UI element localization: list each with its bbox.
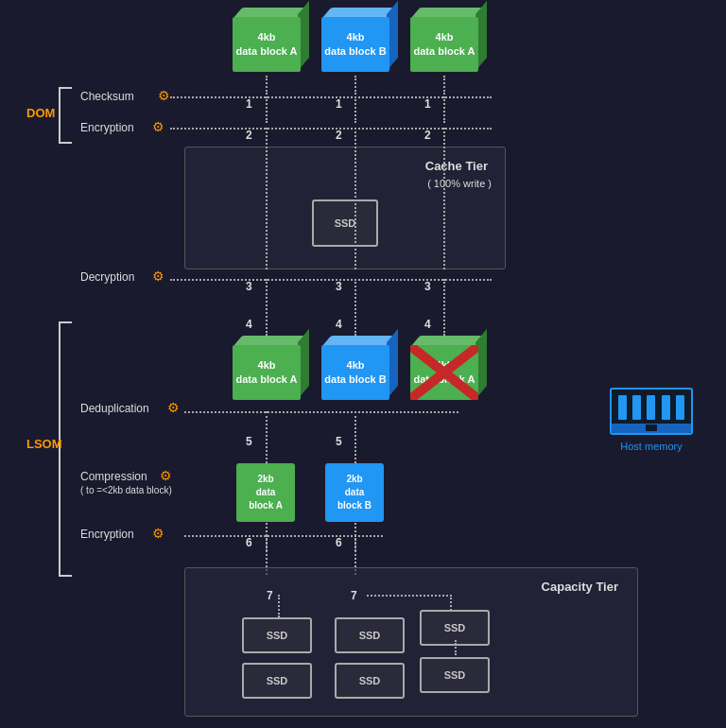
dotted-v-b-dec — [354, 279, 356, 336]
compression-gear-icon: ⚙ — [160, 468, 172, 483]
num-5-left: 5 — [246, 435, 252, 448]
num-2-center: 2 — [336, 129, 342, 142]
dotted-v-a1-enc — [266, 96, 268, 123]
top-block-a-right: 4kbdata block A — [410, 8, 478, 76]
lsom-label: LSOM — [26, 437, 62, 451]
small-block-a: 2kbdatablock A — [236, 463, 295, 522]
top-block-a2-label: 4kbdata block A — [414, 30, 475, 60]
top-block-b-label: 4kbdata block B — [324, 30, 386, 60]
dotted-v-a1-ded — [266, 411, 268, 463]
dotted-v-b-enc — [354, 96, 356, 123]
diagram: 4kbdata block A 4kbdata block B 4kbdata … — [0, 0, 726, 728]
num-6-center: 6 — [336, 536, 342, 549]
dom-bracket — [59, 87, 72, 144]
dotted-h-dedup — [184, 411, 458, 413]
ram-icon — [610, 388, 693, 435]
encryption-bottom-label: Encryption — [80, 528, 134, 541]
cache-tier-sub-label: ( 100% write ) — [427, 178, 492, 189]
dotted-v-b-ded — [354, 411, 356, 463]
dotted-v-a2-enc — [443, 96, 445, 123]
dotted-h-enc-bot — [184, 535, 383, 537]
deduplication-label: Deduplication — [80, 402, 149, 415]
top-block-a-left: 4kbdata block A — [233, 8, 301, 76]
decryption-label: Decryption — [80, 270, 134, 284]
encryption-bottom-gear-icon: ⚙ — [152, 526, 164, 541]
num-3-left: 3 — [246, 280, 252, 293]
dotted-v-a1-top — [266, 76, 268, 95]
decryption-gear-icon: ⚙ — [152, 269, 164, 284]
num-1-left: 1 — [246, 97, 252, 111]
capacity-ssd-3-2: SSD — [420, 657, 490, 693]
host-memory-container: Host memory — [610, 388, 693, 452]
num-7-center: 7 — [351, 589, 357, 602]
num-3-center: 3 — [336, 280, 342, 293]
mid-block-a-left: 4kbdata block A — [233, 336, 301, 404]
deduplication-gear-icon: ⚙ — [167, 400, 180, 415]
num-3-right: 3 — [424, 280, 431, 293]
dom-label: DOM — [26, 106, 55, 120]
dotted-v-a1-dec — [266, 279, 268, 336]
capacity-tier-box: Capacity Tier 7 7 SSD SSD SSD SSD SSD SS… — [184, 567, 638, 717]
num-1-center: 1 — [336, 97, 342, 111]
num-2-left: 2 — [246, 129, 252, 142]
small-block-a-label: 2kbdatablock A — [249, 473, 283, 512]
num-7-left: 7 — [267, 589, 273, 602]
capacity-ssd-2-1: SSD — [335, 617, 405, 653]
top-block-b: 4kbdata block B — [321, 8, 389, 76]
num-6-left: 6 — [246, 536, 252, 549]
cache-tier-box: Cache Tier ( 100% write ) SSD — [184, 147, 506, 269]
compression-sub-label: ( to =<2kb data block) — [80, 485, 172, 495]
dotted-v-b-cache — [354, 128, 356, 269]
host-memory-label: Host memory — [620, 441, 682, 452]
num-4-right: 4 — [424, 318, 431, 331]
cache-ssd: SSD — [312, 199, 378, 247]
small-block-b: 2kbdatablock B — [325, 463, 384, 522]
num-2-right: 2 — [424, 129, 431, 142]
cache-tier-label: Cache Tier — [425, 159, 488, 173]
num-4-left: 4 — [246, 318, 252, 331]
capacity-tier-label: Capacity Tier — [542, 580, 618, 594]
capacity-ssd-2-2: SSD — [335, 663, 405, 699]
mid-block-a-right-crossed: 4kbdata block A — [410, 336, 478, 404]
capacity-ssd-1-2: SSD — [242, 663, 312, 699]
compression-label: Compression — [80, 470, 147, 483]
small-block-b-label: 2kbdatablock B — [337, 473, 372, 512]
num-5-center: 5 — [336, 435, 342, 448]
red-x-overlay — [410, 345, 478, 400]
mid-block-b: 4kbdata block B — [321, 336, 389, 404]
checksum-gear-icon: ⚙ — [158, 88, 170, 103]
num-1-right: 1 — [424, 97, 431, 111]
num-4-center: 4 — [336, 318, 342, 331]
mid-block-a1-label: 4kbdata block A — [236, 358, 298, 388]
dotted-v-b-top — [354, 76, 356, 95]
encryption-top-gear-icon: ⚙ — [152, 119, 164, 134]
dotted-v-a1-cache — [266, 128, 268, 269]
dotted-v-a2-cache — [443, 128, 445, 269]
checksum-label: Checksum — [80, 90, 134, 103]
mid-block-b-label: 4kbdata block B — [324, 358, 386, 388]
dotted-v-a2-dec — [443, 279, 445, 336]
top-block-a1-label: 4kbdata block A — [236, 30, 298, 60]
encryption-top-label: Encryption — [80, 121, 134, 134]
dotted-v-a2-top — [443, 76, 445, 95]
capacity-ssd-1-1: SSD — [242, 617, 312, 653]
